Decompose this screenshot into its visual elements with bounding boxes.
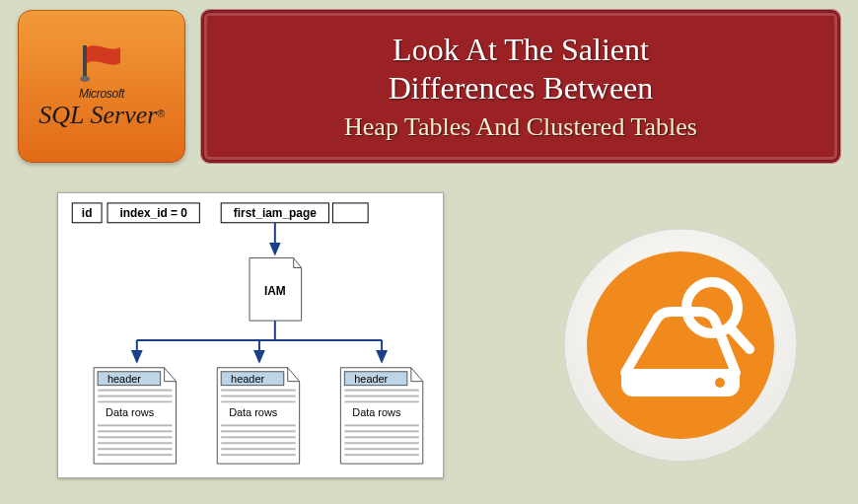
svg-text:id: id	[82, 206, 93, 220]
svg-rect-9	[332, 203, 368, 223]
svg-text:Data rows: Data rows	[106, 406, 155, 418]
logo-product: SQL Server	[38, 101, 157, 129]
svg-text:index_id = 0: index_id = 0	[119, 206, 187, 220]
svg-point-34	[715, 378, 725, 388]
logo-trademark: ®	[157, 108, 164, 118]
data-page-1: header Data rows	[94, 368, 176, 464]
svg-text:first_iam_page: first_iam_page	[234, 206, 317, 220]
svg-text:Data rows: Data rows	[352, 406, 401, 418]
drive-search-icon	[562, 227, 799, 464]
iam-page: IAM	[250, 258, 302, 322]
sql-server-flag-icon	[79, 43, 124, 83]
banner-subtitle: Heap Tables And Clustered Tables	[344, 112, 697, 142]
svg-rect-30	[344, 422, 418, 460]
svg-rect-25	[221, 422, 295, 460]
svg-point-0	[80, 76, 90, 82]
svg-text:IAM: IAM	[264, 284, 286, 298]
svg-rect-23	[221, 388, 295, 403]
data-page-2: header Data rows	[217, 368, 299, 464]
svg-text:header: header	[107, 373, 141, 385]
svg-rect-20	[98, 422, 172, 460]
branch-lines	[137, 321, 382, 362]
logo-company: Microsoft	[79, 87, 124, 101]
sql-server-logo: Microsoft SQL Server®	[18, 10, 185, 163]
data-page-3: header Data rows	[340, 368, 422, 464]
heap-diagram: id index_id = 0 first_iam_page IAM	[57, 192, 444, 478]
sys-table-row: id index_id = 0 first_iam_page	[72, 203, 368, 223]
svg-rect-28	[344, 388, 418, 403]
svg-rect-18	[98, 388, 172, 403]
svg-text:Data rows: Data rows	[229, 406, 278, 418]
banner-line1: Look At The Salient	[393, 31, 649, 68]
svg-text:header: header	[354, 373, 388, 385]
banner-line2: Differences Between	[389, 69, 654, 107]
svg-text:header: header	[231, 373, 264, 385]
title-banner: Look At The Salient Differences Between …	[201, 10, 840, 163]
